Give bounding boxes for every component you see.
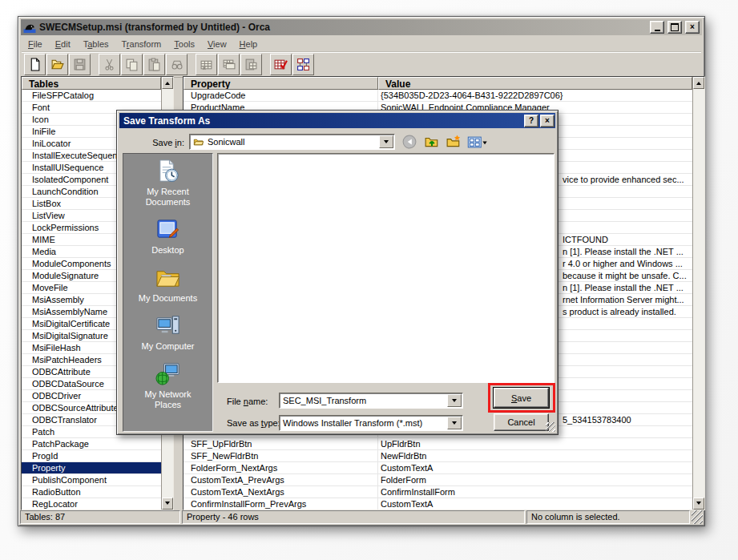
menu-file[interactable]: File	[22, 38, 49, 50]
paste-row-button	[240, 54, 262, 75]
place-label: My Recent Documents	[131, 187, 205, 207]
close-button[interactable]: ×	[685, 21, 700, 34]
new-document-button[interactable]	[24, 54, 46, 75]
save-button[interactable]: Save	[494, 388, 549, 408]
cut-row-button	[196, 54, 217, 75]
save-icon	[73, 58, 87, 71]
dialog-resize-grip[interactable]	[546, 422, 555, 432]
table-row[interactable]: SFF_UpFldrBtnUpFldrBtn	[183, 438, 692, 450]
table-item-PatchPackage[interactable]: PatchPackage	[22, 438, 161, 450]
table-row[interactable]: FolderForm_NextArgsCustomTextA	[183, 462, 692, 474]
property-cell: UpgradeCode	[191, 90, 373, 101]
chevron-down-icon	[452, 399, 457, 405]
dropdown-button[interactable]	[447, 394, 462, 407]
scroll-down-icon	[165, 502, 170, 507]
place-my-computer[interactable]: My Computer	[123, 313, 212, 352]
table-item-RegLocator[interactable]: RegLocator	[22, 498, 161, 510]
menu-tables[interactable]: Tables	[77, 38, 115, 50]
value-cell: ConfirmInstallForm	[381, 486, 691, 498]
cut-row-icon	[200, 58, 213, 71]
menu-tools[interactable]: Tools	[167, 38, 201, 50]
toolbar	[22, 52, 701, 78]
view-menu-icon[interactable]	[466, 134, 489, 150]
window-titlebar: SWECMSetup.msi (transformed by Untitled)…	[21, 19, 702, 35]
create-new-folder-icon[interactable]	[445, 134, 462, 150]
back-icon[interactable]	[401, 134, 418, 150]
dropdown-button[interactable]	[447, 417, 462, 429]
table-item-Property[interactable]: Property	[22, 462, 161, 474]
place-my-network-places[interactable]: My Network Places	[123, 361, 212, 410]
up-one-level-icon[interactable]	[423, 134, 441, 150]
menu-view[interactable]: View	[201, 38, 233, 50]
place-desktop[interactable]: Desktop	[123, 217, 212, 256]
minimize-button[interactable]	[650, 21, 664, 34]
validate-table-button[interactable]	[270, 54, 292, 75]
place-label: My Network Places	[131, 389, 205, 410]
dialog-title: Save Transform As	[123, 115, 210, 127]
property-cell: SFF_NewFldrBtn	[191, 450, 373, 461]
save-button	[69, 54, 91, 75]
table-item-PublishComponent[interactable]: PublishComponent	[22, 474, 161, 486]
save-in-label: Save in:	[152, 138, 184, 147]
table-row[interactable]: UpgradeCode{534B035D-2D23-4064-B431-9222…	[183, 90, 692, 102]
copy-row-icon	[222, 58, 236, 71]
find-icon	[170, 58, 183, 71]
my-computer-icon	[155, 313, 180, 338]
property-cell: ConfirmInstallForm_PrevArgs	[191, 498, 373, 510]
scroll-down-button[interactable]	[162, 498, 173, 510]
table-row[interactable]: CustomTextA_PrevArgsFolderForm	[183, 474, 692, 486]
table-row[interactable]: ConfirmInstallForm_PrevArgsCustomTextA	[183, 498, 692, 510]
scroll-down-button[interactable]	[693, 498, 704, 510]
property-cell: CustomTextA_PrevArgs	[191, 474, 373, 485]
tables-header[interactable]: Tables	[22, 77, 161, 90]
dialog-close-button[interactable]: ×	[540, 115, 555, 127]
place-my-recent-documents[interactable]: My Recent Documents	[123, 159, 212, 207]
open-file-button[interactable]	[46, 54, 68, 75]
menu-transform[interactable]: Transform	[115, 38, 168, 50]
file-name-label: File name:	[227, 397, 268, 406]
file-name-input[interactable]: SEC_MSI_Transform	[279, 393, 463, 409]
place-my-documents[interactable]: My Documents	[123, 265, 212, 304]
table-item-FileSFPCatalog[interactable]: FileSFPCatalog	[22, 90, 161, 102]
save-as-type-value: Windows Installer Transform (*.mst)	[283, 418, 422, 428]
toolbar-separator	[188, 54, 196, 75]
cancel-button[interactable]: Cancel	[494, 413, 549, 431]
dropdown-button[interactable]	[379, 135, 393, 148]
save-transform-dialog: Save Transform As ? × Save in: Sonicwall…	[116, 110, 559, 435]
table-row[interactable]: SFF_NewFldrBtnNewFldrBtn	[183, 450, 692, 462]
status-table-info: Property - 46 rows	[182, 510, 525, 524]
folder-contents-list[interactable]	[217, 153, 555, 383]
property-cell: FolderForm_NextArgs	[191, 462, 373, 473]
file-name-value: SEC_MSI_Transform	[283, 396, 366, 405]
chevron-down-icon	[384, 140, 389, 146]
scroll-up-button[interactable]	[693, 77, 704, 89]
value-fragment: ICTFOUND	[563, 234, 608, 245]
save-in-combobox[interactable]: Sonicwall	[189, 134, 395, 150]
minimize-icon	[655, 30, 660, 31]
validate-table-icon	[274, 58, 288, 71]
save-as-type-combobox[interactable]: Windows Installer Transform (*.mst)	[279, 415, 463, 431]
column-header-property[interactable]: Property	[183, 77, 378, 90]
menu-edit[interactable]: Edit	[49, 38, 77, 50]
my-documents-icon	[155, 265, 180, 290]
copy-button	[121, 54, 143, 75]
grid-scrollbar[interactable]	[692, 77, 704, 510]
find-button	[166, 54, 188, 75]
scroll-up-button[interactable]	[162, 77, 173, 89]
places-bar: My Recent DocumentsDesktopMy DocumentsMy…	[123, 153, 213, 432]
chevron-down-icon	[452, 421, 457, 427]
dialog-help-button[interactable]: ?	[524, 115, 538, 127]
menu-help[interactable]: Help	[233, 38, 264, 50]
table-row[interactable]: CustomTextA_NextArgsConfirmInstallForm	[183, 486, 692, 498]
dialog-titlebar: Save Transform As	[119, 113, 555, 128]
table-item-ProgId[interactable]: ProgId	[22, 450, 161, 462]
table-item-RadioButton[interactable]: RadioButton	[22, 486, 161, 498]
save-in-value: Sonicwall	[208, 137, 244, 147]
window-resize-grip[interactable]	[692, 510, 703, 524]
column-header-value[interactable]: Value	[378, 77, 692, 90]
value-fragment: r 4.0 or higher and Windows ...	[563, 258, 683, 269]
place-label: Desktop	[131, 245, 205, 256]
table-schema-button[interactable]	[292, 54, 314, 75]
maximize-button[interactable]	[667, 21, 682, 34]
status-tables-count: Tables: 87	[20, 510, 180, 524]
